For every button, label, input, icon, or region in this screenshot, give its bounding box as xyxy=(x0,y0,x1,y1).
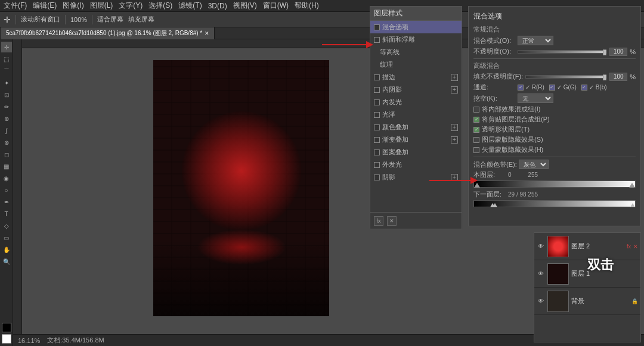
style-item-contour[interactable]: 等高线 xyxy=(370,46,462,58)
this-layer-slider[interactable] xyxy=(473,180,636,188)
channel-r-check[interactable]: ✓ xyxy=(518,85,524,91)
style-item-outer-glow[interactable]: 外发光 xyxy=(370,158,462,171)
next-layer-slider[interactable] xyxy=(473,200,636,207)
transparent-shape-check[interactable]: ✓ xyxy=(473,127,479,133)
style-checkbox-gradient-overlay[interactable] xyxy=(374,137,380,143)
text-tool[interactable]: T xyxy=(1,208,12,219)
background-color[interactable] xyxy=(2,334,11,344)
path-tool[interactable]: ◇ xyxy=(1,220,12,231)
opacity-slider-thumb[interactable] xyxy=(603,49,606,55)
layer-eye-2[interactable]: 👁 xyxy=(537,242,545,251)
style-checkbox-pattern-overlay[interactable] xyxy=(374,149,380,155)
style-item-bevel[interactable]: 斜面和浮雕 xyxy=(370,33,462,46)
delete-icon[interactable]: ✕ xyxy=(387,216,397,226)
blend-mode-select[interactable]: 正常 xyxy=(518,36,553,45)
style-checkbox-satin[interactable] xyxy=(374,112,380,118)
vector-mask-hides-check[interactable] xyxy=(473,147,479,153)
layer-eye-bg[interactable]: 👁 xyxy=(537,297,545,306)
opacity-slider[interactable] xyxy=(518,50,607,54)
option-interior-effects: 将内部效果混成组(I) xyxy=(473,105,636,114)
style-checkbox-stroke[interactable] xyxy=(374,74,380,80)
interior-effects-check[interactable] xyxy=(473,107,479,113)
status-zoom: 16.11% xyxy=(18,337,40,344)
style-checkbox-bevel[interactable] xyxy=(374,37,380,43)
channel-g-label: ✓ G(G) xyxy=(557,84,577,91)
menu-item-help[interactable]: 帮助(H) xyxy=(295,1,319,11)
move-tool[interactable]: ✛ xyxy=(1,42,12,52)
style-item-inner-glow[interactable]: 内发光 xyxy=(370,96,462,108)
zoom-tool[interactable]: 🔍 xyxy=(1,256,12,267)
active-tab[interactable]: 5ca7f0fb9b6271421b046ca7fd10d850 (1).jpg… xyxy=(1,27,215,39)
style-plus-shadow[interactable]: + xyxy=(451,174,458,181)
menu-item-text[interactable]: 文字(Y) xyxy=(119,1,143,11)
foreground-color[interactable] xyxy=(2,323,11,332)
style-plus-inner-shadow[interactable]: + xyxy=(451,86,458,93)
fill-opacity-slider[interactable] xyxy=(525,75,607,79)
style-checkbox-outer-glow[interactable] xyxy=(374,162,380,168)
menu-item-layer[interactable]: 图层(L) xyxy=(90,1,113,11)
menu-item-file[interactable]: 文件(F) xyxy=(4,1,27,11)
style-item-color-overlay[interactable]: 颜色叠加 + xyxy=(370,121,462,133)
tab-close-icon[interactable]: ✕ xyxy=(205,30,209,36)
style-item-blend-options[interactable]: 混合选项 xyxy=(370,21,462,33)
dodge-tool[interactable]: ○ xyxy=(1,185,12,195)
style-plus-gradient-overlay[interactable]: + xyxy=(451,136,458,144)
eraser-tool[interactable]: ◻ xyxy=(1,149,12,160)
healing-brush[interactable]: ⊕ xyxy=(1,113,12,124)
style-item-texture[interactable]: 纹理 xyxy=(370,58,462,71)
style-checkbox-color-overlay[interactable] xyxy=(374,124,380,130)
lasso-tool[interactable]: ⌒ xyxy=(1,66,12,76)
menu-item-edit[interactable]: 编辑(E) xyxy=(33,1,57,11)
layer-eye-1[interactable]: 👁 xyxy=(537,270,545,278)
style-plus-stroke[interactable]: + xyxy=(451,74,458,81)
this-layer-row: 本图层: 0 255 xyxy=(473,170,636,179)
menu-item-view[interactable]: 视图(V) xyxy=(233,1,257,11)
fill-opacity-row: 填充不透明度(F): % xyxy=(473,72,636,81)
style-item-inner-shadow[interactable]: 内阴影 + xyxy=(370,83,462,96)
channel-b-check[interactable]: ✓ xyxy=(581,85,587,91)
layer-delete-icon-2[interactable]: ✕ xyxy=(633,244,638,250)
magic-wand-tool[interactable]: ✦ xyxy=(1,77,12,88)
pen-tool[interactable]: ✒ xyxy=(1,197,12,207)
knockout-select[interactable]: 无 xyxy=(518,93,553,103)
style-item-stroke[interactable]: 描边 + xyxy=(370,71,462,83)
style-item-shadow[interactable]: 阴影 + xyxy=(370,171,462,183)
toolbar-fill-screen[interactable]: 填充屏幕 xyxy=(128,15,154,24)
menu-item-3d[interactable]: 3D(D) xyxy=(208,2,227,10)
toolbar-zoom[interactable]: 100% xyxy=(70,16,87,23)
style-checkbox-inner-shadow[interactable] xyxy=(374,87,380,93)
eyedropper-tool[interactable]: ✏ xyxy=(1,101,12,112)
clone-stamp[interactable]: ⊗ xyxy=(1,137,12,148)
style-plus-color-overlay[interactable]: + xyxy=(451,124,458,131)
toolbar-fit-screen[interactable]: 适合屏幕 xyxy=(97,15,123,24)
menu-item-select[interactable]: 选择(S) xyxy=(148,1,172,11)
gradient-tool[interactable]: ▦ xyxy=(1,161,12,172)
fx-icon[interactable]: fx xyxy=(374,216,383,226)
shape-tool[interactable]: ▭ xyxy=(1,232,12,243)
style-item-pattern-overlay[interactable]: 图案叠加 xyxy=(370,146,462,158)
style-item-gradient-overlay[interactable]: 渐变叠加 + xyxy=(370,133,462,146)
layer-mask-hides-check[interactable] xyxy=(473,137,479,143)
fill-input[interactable] xyxy=(609,73,627,81)
hand-tool[interactable]: ✋ xyxy=(1,244,12,255)
ruler-vertical xyxy=(13,39,22,346)
blend-clipped-check[interactable]: ✓ xyxy=(473,117,479,123)
crop-tool[interactable]: ⊡ xyxy=(1,89,12,100)
style-item-satin[interactable]: 光泽 xyxy=(370,108,462,121)
channel-g-check[interactable]: ✓ xyxy=(549,85,555,91)
brush-tool[interactable]: ∫ xyxy=(1,125,12,136)
blur-tool[interactable]: ◉ xyxy=(1,173,12,183)
blend-color-select[interactable]: 灰色 xyxy=(519,160,549,169)
fill-slider-thumb[interactable] xyxy=(603,74,606,80)
menu-item-filter[interactable]: 滤镜(T) xyxy=(178,1,202,11)
style-checkbox-inner-glow[interactable] xyxy=(374,99,380,105)
toolbar-scroll-all[interactable]: 滚动所有窗口 xyxy=(21,15,60,24)
menu-item-window[interactable]: 窗口(W) xyxy=(263,1,289,11)
layer-item-bg[interactable]: 👁 背景 🔒 xyxy=(534,288,640,315)
opacity-input[interactable] xyxy=(609,48,627,56)
menu-item-image[interactable]: 图像(I) xyxy=(63,1,83,11)
marquee-tool[interactable]: ⬚ xyxy=(1,54,12,64)
style-checkbox-blend[interactable] xyxy=(374,24,380,30)
move-tool-icon[interactable]: ✛ xyxy=(4,15,11,24)
style-checkbox-shadow[interactable] xyxy=(374,174,380,180)
